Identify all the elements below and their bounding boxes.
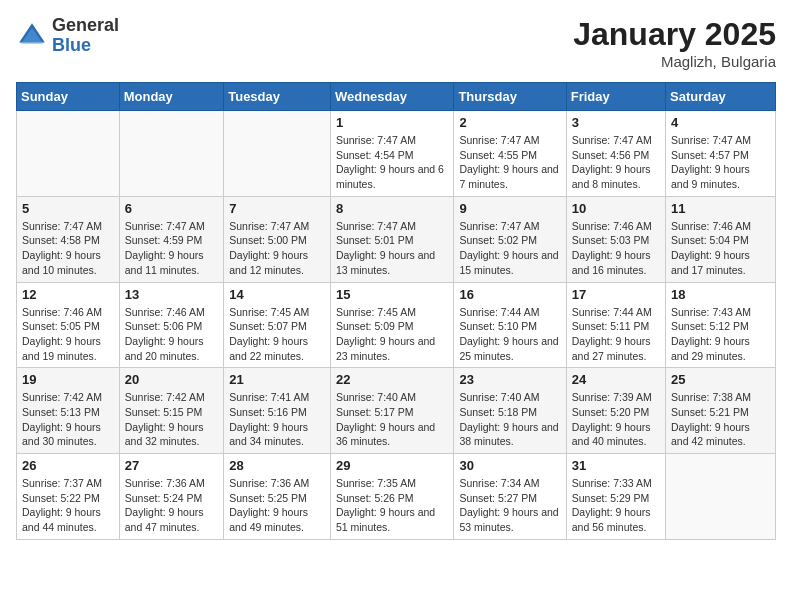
- calendar-table: SundayMondayTuesdayWednesdayThursdayFrid…: [16, 82, 776, 540]
- day-info: Sunrise: 7:47 AM Sunset: 5:02 PM Dayligh…: [459, 219, 560, 278]
- calendar-week-row: 12Sunrise: 7:46 AM Sunset: 5:05 PM Dayli…: [17, 282, 776, 368]
- weekday-row: SundayMondayTuesdayWednesdayThursdayFrid…: [17, 83, 776, 111]
- day-info: Sunrise: 7:46 AM Sunset: 5:04 PM Dayligh…: [671, 219, 770, 278]
- day-number: 10: [572, 201, 660, 216]
- day-number: 15: [336, 287, 449, 302]
- day-info: Sunrise: 7:46 AM Sunset: 5:03 PM Dayligh…: [572, 219, 660, 278]
- day-number: 28: [229, 458, 325, 473]
- day-info: Sunrise: 7:45 AM Sunset: 5:09 PM Dayligh…: [336, 305, 449, 364]
- calendar-cell: 17Sunrise: 7:44 AM Sunset: 5:11 PM Dayli…: [566, 282, 665, 368]
- calendar-cell: 27Sunrise: 7:36 AM Sunset: 5:24 PM Dayli…: [119, 454, 224, 540]
- logo: General Blue: [16, 16, 119, 56]
- day-info: Sunrise: 7:47 AM Sunset: 4:56 PM Dayligh…: [572, 133, 660, 192]
- calendar-week-row: 1Sunrise: 7:47 AM Sunset: 4:54 PM Daylig…: [17, 111, 776, 197]
- day-info: Sunrise: 7:47 AM Sunset: 4:57 PM Dayligh…: [671, 133, 770, 192]
- day-number: 22: [336, 372, 449, 387]
- calendar-week-row: 5Sunrise: 7:47 AM Sunset: 4:58 PM Daylig…: [17, 196, 776, 282]
- day-info: Sunrise: 7:47 AM Sunset: 4:54 PM Dayligh…: [336, 133, 449, 192]
- logo-general: General: [52, 15, 119, 35]
- logo-text: General Blue: [52, 16, 119, 56]
- day-info: Sunrise: 7:42 AM Sunset: 5:13 PM Dayligh…: [22, 390, 114, 449]
- calendar-cell: 5Sunrise: 7:47 AM Sunset: 4:58 PM Daylig…: [17, 196, 120, 282]
- weekday-header: Friday: [566, 83, 665, 111]
- day-info: Sunrise: 7:46 AM Sunset: 5:05 PM Dayligh…: [22, 305, 114, 364]
- day-info: Sunrise: 7:39 AM Sunset: 5:20 PM Dayligh…: [572, 390, 660, 449]
- calendar-cell: 9Sunrise: 7:47 AM Sunset: 5:02 PM Daylig…: [454, 196, 566, 282]
- day-info: Sunrise: 7:47 AM Sunset: 4:59 PM Dayligh…: [125, 219, 219, 278]
- calendar-title: January 2025: [573, 16, 776, 53]
- day-number: 6: [125, 201, 219, 216]
- calendar-cell: 24Sunrise: 7:39 AM Sunset: 5:20 PM Dayli…: [566, 368, 665, 454]
- day-info: Sunrise: 7:47 AM Sunset: 5:01 PM Dayligh…: [336, 219, 449, 278]
- day-number: 14: [229, 287, 325, 302]
- day-number: 21: [229, 372, 325, 387]
- day-info: Sunrise: 7:47 AM Sunset: 5:00 PM Dayligh…: [229, 219, 325, 278]
- day-info: Sunrise: 7:35 AM Sunset: 5:26 PM Dayligh…: [336, 476, 449, 535]
- day-info: Sunrise: 7:43 AM Sunset: 5:12 PM Dayligh…: [671, 305, 770, 364]
- day-number: 3: [572, 115, 660, 130]
- day-number: 24: [572, 372, 660, 387]
- calendar-subtitle: Maglizh, Bulgaria: [573, 53, 776, 70]
- day-number: 20: [125, 372, 219, 387]
- day-info: Sunrise: 7:40 AM Sunset: 5:18 PM Dayligh…: [459, 390, 560, 449]
- calendar-cell: 3Sunrise: 7:47 AM Sunset: 4:56 PM Daylig…: [566, 111, 665, 197]
- day-number: 18: [671, 287, 770, 302]
- calendar-cell: 16Sunrise: 7:44 AM Sunset: 5:10 PM Dayli…: [454, 282, 566, 368]
- day-number: 25: [671, 372, 770, 387]
- calendar-cell: 23Sunrise: 7:40 AM Sunset: 5:18 PM Dayli…: [454, 368, 566, 454]
- calendar-cell: 13Sunrise: 7:46 AM Sunset: 5:06 PM Dayli…: [119, 282, 224, 368]
- day-number: 17: [572, 287, 660, 302]
- calendar-cell: 6Sunrise: 7:47 AM Sunset: 4:59 PM Daylig…: [119, 196, 224, 282]
- day-info: Sunrise: 7:36 AM Sunset: 5:24 PM Dayligh…: [125, 476, 219, 535]
- calendar-body: 1Sunrise: 7:47 AM Sunset: 4:54 PM Daylig…: [17, 111, 776, 540]
- calendar-cell: 26Sunrise: 7:37 AM Sunset: 5:22 PM Dayli…: [17, 454, 120, 540]
- day-number: 8: [336, 201, 449, 216]
- day-number: 16: [459, 287, 560, 302]
- title-area: January 2025 Maglizh, Bulgaria: [573, 16, 776, 70]
- day-number: 7: [229, 201, 325, 216]
- logo-icon: [16, 20, 48, 52]
- day-info: Sunrise: 7:36 AM Sunset: 5:25 PM Dayligh…: [229, 476, 325, 535]
- day-number: 23: [459, 372, 560, 387]
- calendar-week-row: 26Sunrise: 7:37 AM Sunset: 5:22 PM Dayli…: [17, 454, 776, 540]
- day-info: Sunrise: 7:38 AM Sunset: 5:21 PM Dayligh…: [671, 390, 770, 449]
- weekday-header: Monday: [119, 83, 224, 111]
- calendar-cell: 25Sunrise: 7:38 AM Sunset: 5:21 PM Dayli…: [666, 368, 776, 454]
- calendar-cell: 31Sunrise: 7:33 AM Sunset: 5:29 PM Dayli…: [566, 454, 665, 540]
- day-info: Sunrise: 7:47 AM Sunset: 4:58 PM Dayligh…: [22, 219, 114, 278]
- day-number: 2: [459, 115, 560, 130]
- day-number: 9: [459, 201, 560, 216]
- day-info: Sunrise: 7:42 AM Sunset: 5:15 PM Dayligh…: [125, 390, 219, 449]
- day-info: Sunrise: 7:37 AM Sunset: 5:22 PM Dayligh…: [22, 476, 114, 535]
- calendar-cell: 1Sunrise: 7:47 AM Sunset: 4:54 PM Daylig…: [330, 111, 454, 197]
- calendar-header: SundayMondayTuesdayWednesdayThursdayFrid…: [17, 83, 776, 111]
- day-number: 26: [22, 458, 114, 473]
- calendar-cell: [224, 111, 331, 197]
- day-info: Sunrise: 7:33 AM Sunset: 5:29 PM Dayligh…: [572, 476, 660, 535]
- calendar-cell: [666, 454, 776, 540]
- day-info: Sunrise: 7:44 AM Sunset: 5:10 PM Dayligh…: [459, 305, 560, 364]
- calendar-cell: [119, 111, 224, 197]
- calendar-cell: 20Sunrise: 7:42 AM Sunset: 5:15 PM Dayli…: [119, 368, 224, 454]
- calendar-cell: 18Sunrise: 7:43 AM Sunset: 5:12 PM Dayli…: [666, 282, 776, 368]
- day-number: 29: [336, 458, 449, 473]
- day-number: 4: [671, 115, 770, 130]
- day-info: Sunrise: 7:40 AM Sunset: 5:17 PM Dayligh…: [336, 390, 449, 449]
- day-info: Sunrise: 7:34 AM Sunset: 5:27 PM Dayligh…: [459, 476, 560, 535]
- day-info: Sunrise: 7:41 AM Sunset: 5:16 PM Dayligh…: [229, 390, 325, 449]
- calendar-cell: 15Sunrise: 7:45 AM Sunset: 5:09 PM Dayli…: [330, 282, 454, 368]
- calendar-cell: 21Sunrise: 7:41 AM Sunset: 5:16 PM Dayli…: [224, 368, 331, 454]
- calendar-cell: 10Sunrise: 7:46 AM Sunset: 5:03 PM Dayli…: [566, 196, 665, 282]
- weekday-header: Wednesday: [330, 83, 454, 111]
- day-number: 13: [125, 287, 219, 302]
- day-number: 1: [336, 115, 449, 130]
- calendar-cell: 4Sunrise: 7:47 AM Sunset: 4:57 PM Daylig…: [666, 111, 776, 197]
- weekday-header: Sunday: [17, 83, 120, 111]
- day-number: 5: [22, 201, 114, 216]
- calendar-cell: 11Sunrise: 7:46 AM Sunset: 5:04 PM Dayli…: [666, 196, 776, 282]
- calendar-cell: 14Sunrise: 7:45 AM Sunset: 5:07 PM Dayli…: [224, 282, 331, 368]
- day-info: Sunrise: 7:46 AM Sunset: 5:06 PM Dayligh…: [125, 305, 219, 364]
- calendar-cell: 22Sunrise: 7:40 AM Sunset: 5:17 PM Dayli…: [330, 368, 454, 454]
- calendar-cell: 12Sunrise: 7:46 AM Sunset: 5:05 PM Dayli…: [17, 282, 120, 368]
- day-info: Sunrise: 7:47 AM Sunset: 4:55 PM Dayligh…: [459, 133, 560, 192]
